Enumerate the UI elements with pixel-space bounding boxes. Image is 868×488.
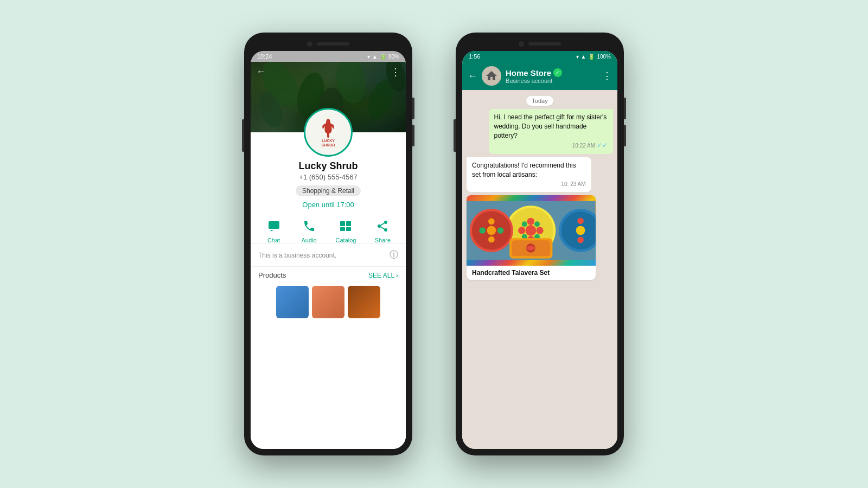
signal-icon: ▲ <box>372 54 378 60</box>
svg-point-44 <box>576 226 585 235</box>
profile-back-button[interactable]: ← <box>256 66 266 78</box>
svg-point-41 <box>497 227 504 234</box>
chat-title-area: Home Store ✓ Business account <box>506 68 598 84</box>
battery-level: 80% <box>388 54 399 60</box>
svg-point-31 <box>522 221 527 227</box>
svg-point-30 <box>536 227 543 234</box>
svg-line-21 <box>381 223 385 226</box>
logo-text: LUCKY SHRUB <box>322 139 335 148</box>
profile-avatar: LUCKY SHRUB <box>304 108 353 157</box>
right-status-time: 1:56 <box>469 53 480 60</box>
catalog-icon <box>337 217 354 235</box>
volume-up-button[interactable] <box>412 98 414 119</box>
left-status-icons: ▾ ▲ 🔋 80% <box>367 54 399 60</box>
svg-rect-16 <box>346 227 351 231</box>
svg-rect-13 <box>340 221 345 226</box>
phone-speaker <box>317 42 349 46</box>
right-battery-level: 100% <box>597 54 611 60</box>
catalog-action-label: Catalog <box>336 237 356 243</box>
plant-logo-svg <box>316 117 341 139</box>
right-phone-camera <box>519 41 524 47</box>
svg-point-19 <box>384 228 387 232</box>
profile-content: Lucky Shrub +1 (650) 555-4567 Shopping &… <box>251 132 406 449</box>
battery-icon: 🔋 <box>380 54 386 60</box>
product-thumbnails <box>269 284 388 320</box>
svg-point-40 <box>479 227 486 234</box>
business-phone: +1 (650) 555-4567 <box>299 173 357 181</box>
chat-icon <box>265 217 283 235</box>
svg-point-46 <box>577 236 584 243</box>
read-receipt-icon: ✓✓ <box>597 141 608 150</box>
chat-name-row: Home Store ✓ <box>506 68 598 78</box>
profile-header-image: ← ⋮ <box>251 62 406 132</box>
phone-top-bar <box>251 39 406 51</box>
chat-action-button[interactable]: Chat <box>265 217 283 243</box>
svg-point-17 <box>384 221 387 224</box>
chat-date-divider: Today <box>467 95 613 106</box>
audio-action-label: Audio <box>301 237 316 243</box>
catalog-action-button[interactable]: Catalog <box>336 217 356 243</box>
phone-icon <box>301 217 318 235</box>
chat-date-label: Today <box>526 96 553 106</box>
power-button[interactable] <box>242 119 244 152</box>
left-status-time: 10:24 <box>257 53 272 60</box>
svg-point-18 <box>378 224 381 228</box>
product-thumb-2[interactable] <box>312 286 344 318</box>
see-all-button[interactable]: SEE ALL › <box>368 272 398 279</box>
right-signal-icon: ▲ <box>581 54 586 60</box>
chat-message-2-meta: 10: 23 AM <box>472 181 586 188</box>
svg-point-29 <box>518 227 525 234</box>
svg-point-45 <box>577 217 584 224</box>
svg-point-11 <box>326 119 330 126</box>
chat-message-2: Congratulations! I'd recommend this set … <box>467 157 591 192</box>
info-icon: ⓘ <box>390 249 398 261</box>
svg-line-20 <box>381 227 385 229</box>
volume-down-button[interactable] <box>412 125 414 146</box>
media-card-title: Handcrafted Talavera Set <box>467 266 596 280</box>
right-power-button[interactable] <box>454 119 456 152</box>
svg-rect-14 <box>346 221 351 226</box>
profile-avatar-wrap: LUCKY SHRUB <box>304 108 353 157</box>
right-status-bar: 1:56 ▾ ▲ 🔋 100% <box>462 51 617 62</box>
chat-contact-avatar <box>482 66 501 86</box>
right-phone: 1:56 ▾ ▲ 🔋 100% ← Home Store ✓ Busi <box>456 33 624 455</box>
svg-rect-15 <box>340 227 345 231</box>
svg-point-26 <box>525 225 536 236</box>
audio-action-button[interactable]: Audio <box>301 217 318 243</box>
wifi-icon: ▾ <box>367 54 370 60</box>
chat-message-1-meta: 10:22 AM ✓✓ <box>494 141 608 150</box>
chat-message-1-text: Hi, I need the perfect gift for my siste… <box>494 113 608 140</box>
profile-menu-button[interactable]: ⋮ <box>391 66 400 78</box>
chat-header: ← Home Store ✓ Business account ⋮ <box>462 62 617 90</box>
chat-message-2-time: 10: 23 AM <box>561 181 585 188</box>
right-phone-top-bar <box>462 39 617 51</box>
phone-camera <box>307 41 312 47</box>
products-bar: Products SEE ALL › <box>251 266 406 284</box>
right-phone-screen: 1:56 ▾ ▲ 🔋 100% ← Home Store ✓ Busi <box>462 51 617 449</box>
product-thumb-1[interactable] <box>276 286 309 318</box>
chat-media-card[interactable]: Handcrafted Talavera Set <box>467 195 596 280</box>
business-category: Shopping & Retail <box>296 185 361 196</box>
right-volume-down-button[interactable] <box>624 125 626 146</box>
media-card-image <box>467 195 596 266</box>
product-thumb-3[interactable] <box>348 286 380 318</box>
logo-text-line1: LUCKY <box>322 139 335 143</box>
chat-action-label: Chat <box>267 237 280 243</box>
share-action-button[interactable]: Share <box>374 217 391 243</box>
svg-point-37 <box>487 226 496 235</box>
lucky-shrub-logo: LUCKY SHRUB <box>316 117 341 148</box>
svg-point-27 <box>527 217 534 224</box>
verified-badge: ✓ <box>553 68 562 77</box>
logo-text-line2: SHRUB <box>322 143 335 147</box>
right-wifi-icon: ▾ <box>576 54 579 60</box>
chat-body: Today Hi, I need the perfect gift for my… <box>462 90 617 449</box>
chat-back-button[interactable]: ← <box>468 70 477 82</box>
business-info-bar: This is a business account. ⓘ <box>251 243 406 266</box>
business-name: Lucky Shrub <box>298 160 358 172</box>
right-battery-icon: 🔋 <box>588 54 595 60</box>
svg-point-38 <box>488 218 495 224</box>
chat-menu-button[interactable]: ⋮ <box>602 70 612 82</box>
chat-message-1-time: 10:22 AM <box>572 142 595 150</box>
right-volume-up-button[interactable] <box>624 98 626 119</box>
share-icon <box>374 217 391 235</box>
